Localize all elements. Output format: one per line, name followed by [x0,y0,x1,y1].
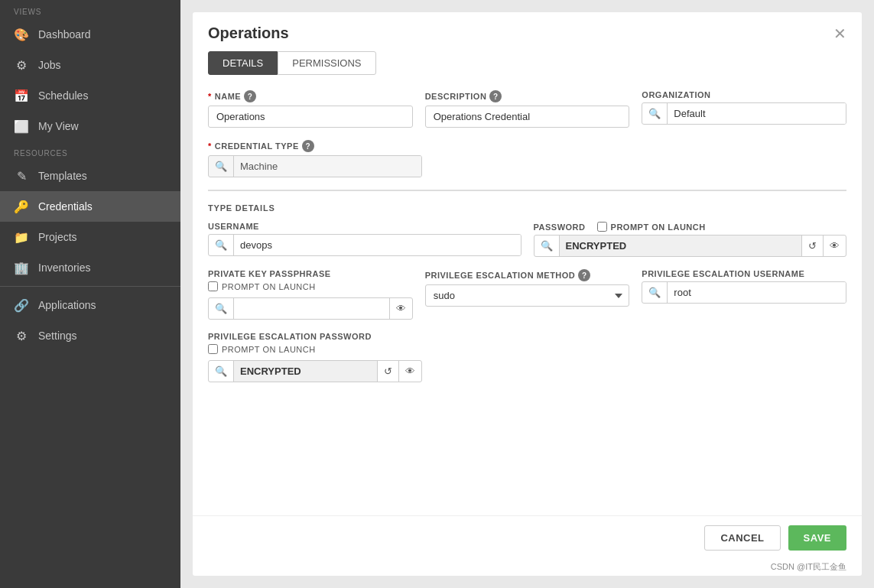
row-username-password: USERNAME 🔍 PASSWORD Prompt on launch [208,222,846,257]
private-key-label: PRIVATE KEY PASSPHRASE [208,269,413,278]
privilege-escalation-method-label: PRIVILEGE ESCALATION METHOD ? [425,269,630,281]
group-name: * NAME ? [208,90,413,128]
privilege-escalation-password-input[interactable] [234,361,377,382]
jobs-icon: ⚙ [14,57,29,73]
password-reset-button[interactable]: ↺ [801,236,824,256]
privilege-escalation-password-show-button[interactable]: 👁 [399,361,421,382]
password-input[interactable] [560,236,802,256]
sidebar-item-inventories[interactable]: 🏢 Inventories [0,252,180,283]
dashboard-icon: 🎨 [14,27,29,42]
group-organization: ORGANIZATION 🔍 [642,90,846,125]
sidebar-item-dashboard[interactable]: 🎨 Dashboard [0,19,180,50]
name-input[interactable] [208,106,413,128]
sidebar-item-applications-label: Applications [38,299,96,311]
privilege-escalation-password-input-group: 🔍 ↺ 👁 [208,360,422,382]
name-label: * NAME ? [208,90,413,102]
username-input[interactable] [234,235,521,255]
password-prompt-text: Prompt on launch [611,223,706,232]
password-prompt-checkbox[interactable] [597,222,607,232]
main-content: Operations ✕ DETAILS PERMISSIONS * NAME … [180,0,874,588]
credential-type-search-button[interactable]: 🔍 [209,156,234,177]
row-credential-type: * CREDENTIAL TYPE ? 🔍 [208,140,846,177]
sidebar-item-my-view[interactable]: ⬜ My View [0,111,180,141]
privilege-escalation-username-search-button[interactable]: 🔍 [642,282,668,303]
privilege-escalation-username-input[interactable] [668,282,846,303]
type-details-divider [208,190,846,191]
cancel-button[interactable]: CANCEL [704,525,780,551]
password-search-button[interactable]: 🔍 [534,236,560,256]
name-required-star: * [208,92,212,101]
tab-details[interactable]: DETAILS [208,51,278,75]
sidebar-item-credentials-label: Credentials [38,200,93,213]
sidebar: VIEWS 🎨 Dashboard ⚙ Jobs 📅 Schedules ⬜ M… [0,0,180,588]
templates-icon: ✎ [14,168,29,184]
sidebar-item-projects-label: Projects [38,231,77,243]
organization-label: ORGANIZATION [642,90,846,99]
username-search-button[interactable]: 🔍 [209,235,234,255]
panel-footer: CANCEL SAVE [193,515,862,560]
sidebar-item-projects[interactable]: 📁 Projects [0,222,180,252]
row-privilege-escalation-password: PRIVILEGE ESCALATION PASSWORD Prompt on … [208,332,846,382]
type-details-title: TYPE DETAILS [208,203,846,213]
save-button[interactable]: SAVE [788,525,846,551]
password-label-text: PASSWORD [534,223,586,232]
sidebar-item-settings-label: Settings [38,330,77,342]
sidebar-item-dashboard-label: Dashboard [38,28,91,41]
privilege-escalation-method-help-icon[interactable]: ? [578,269,590,281]
inventories-icon: 🏢 [14,260,29,275]
privilege-escalation-password-search-button[interactable]: 🔍 [209,361,234,382]
close-button[interactable]: ✕ [833,26,846,41]
privilege-escalation-password-prompt-checkbox[interactable] [208,344,218,354]
description-label: DESCRIPTION ? [425,90,630,102]
privilege-escalation-username-label-text: PRIVILEGE ESCALATION USERNAME [642,269,804,278]
sidebar-item-settings[interactable]: ⚙ Settings [0,320,180,351]
panel-body: * NAME ? DESCRIPTION ? ORGANIZATION [193,75,862,515]
sidebar-item-jobs-label: Jobs [38,59,61,71]
description-label-text: DESCRIPTION [425,92,487,101]
sidebar-item-schedules-label: Schedules [38,89,88,102]
tab-permissions[interactable]: PERMISSIONS [278,51,375,75]
views-section-label: VIEWS [0,0,180,19]
sidebar-item-templates-label: Templates [38,170,87,182]
private-key-input-group: 🔍 👁 [208,297,413,320]
description-help-icon[interactable]: ? [489,90,502,102]
username-label-text: USERNAME [208,222,259,231]
credential-type-help-icon[interactable]: ? [302,140,314,152]
private-key-search-button[interactable]: 🔍 [209,298,234,319]
credential-type-label: * CREDENTIAL TYPE ? [208,140,422,152]
name-help-icon[interactable]: ? [244,90,256,102]
sidebar-item-schedules[interactable]: 📅 Schedules [0,80,180,111]
private-key-prompt-checkbox[interactable] [208,281,218,291]
watermark: CSDN @IT民工金鱼 [193,560,862,576]
privilege-escalation-method-select[interactable]: sudo su pbrun pfexec doas dzdo ksu runas [425,284,630,307]
resources-section-label: RESOURCES [0,141,180,161]
private-key-input[interactable] [234,298,389,319]
description-input[interactable] [425,106,630,128]
sidebar-item-jobs[interactable]: ⚙ Jobs [0,50,180,80]
group-password: PASSWORD Prompt on launch 🔍 ↺ 👁 [534,222,847,257]
password-prompt-label: Prompt on launch [597,222,706,232]
sidebar-item-credentials[interactable]: 🔑 Credentials [0,191,180,222]
privilege-escalation-username-label: PRIVILEGE ESCALATION USERNAME [642,269,846,278]
organization-search-field: 🔍 [642,102,846,125]
credential-type-required-star: * [208,141,212,151]
group-privilege-escalation-password: PRIVILEGE ESCALATION PASSWORD Prompt on … [208,332,422,382]
credential-type-input[interactable] [234,156,421,177]
schedules-icon: 📅 [14,88,29,103]
group-description: DESCRIPTION ? [425,90,630,128]
operations-panel: Operations ✕ DETAILS PERMISSIONS * NAME … [193,12,862,576]
password-show-button[interactable]: 👁 [824,236,846,256]
private-key-prompt-text: Prompt on launch [222,282,316,291]
privilege-escalation-username-search-field: 🔍 [642,281,846,304]
organization-search-button[interactable]: 🔍 [642,103,668,124]
privilege-escalation-password-reset-button[interactable]: ↺ [377,361,399,382]
privilege-escalation-password-label-text: PRIVILEGE ESCALATION PASSWORD [208,332,372,341]
password-input-group: 🔍 ↺ 👁 [534,235,847,257]
sidebar-item-applications[interactable]: 🔗 Applications [0,290,180,320]
privilege-escalation-password-prompt-text: Prompt on launch [222,345,316,354]
sidebar-item-templates[interactable]: ✎ Templates [0,161,180,191]
organization-input[interactable] [668,103,846,124]
private-key-show-button[interactable]: 👁 [389,298,412,319]
privilege-escalation-method-label-text: PRIVILEGE ESCALATION METHOD [425,271,576,280]
applications-icon: 🔗 [14,297,29,313]
